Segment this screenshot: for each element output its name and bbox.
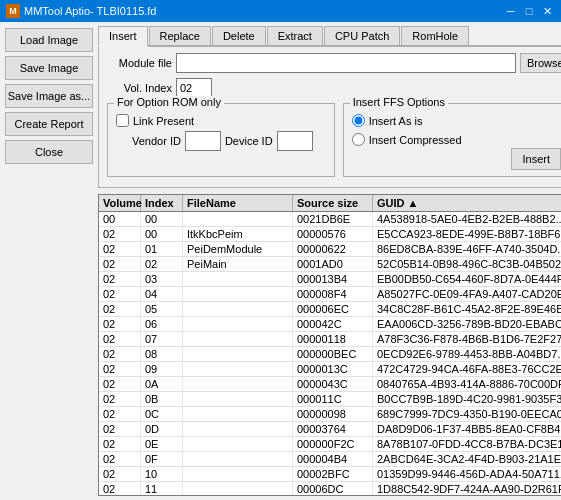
cell-filename: PeiDemModule <box>183 242 293 256</box>
minimize-button[interactable]: ─ <box>503 3 519 19</box>
cell-index: 00 <box>141 212 183 226</box>
table-row[interactable]: 0204000008F4A85027FC-0E09-4FA9-A407-CAD2… <box>99 287 561 302</box>
table-row[interactable]: 0200ItkKbcPeim00000576E5CCA923-8EDE-499E… <box>99 227 561 242</box>
cell-filename: PeiMain <box>183 257 293 271</box>
col-filename[interactable]: FileName <box>183 195 293 211</box>
cell-guid: 34C8C28F-B61C-45A2-8F2E-89E46B... <box>373 302 561 316</box>
module-file-label: Module file <box>107 57 172 69</box>
insert-asis-radio[interactable] <box>352 114 365 127</box>
insert-compressed-radio[interactable] <box>352 133 365 146</box>
close-button[interactable]: ✕ <box>539 3 555 19</box>
cell-guid: 1D88C542-9DF7-424A-AA90-D2R61F... <box>373 482 561 495</box>
vendor-id-input[interactable] <box>185 131 221 151</box>
table-row[interactable]: 021000002BFC01359D99-9446-456D-ADA4-50A7… <box>99 467 561 482</box>
table-row[interactable]: 0201PeiDemModule0000062286ED8CBA-839E-46… <box>99 242 561 257</box>
cell-index: 10 <box>141 467 183 481</box>
tab-insert[interactable]: Insert <box>98 26 148 47</box>
tab-extract[interactable]: Extract <box>267 26 323 45</box>
col-volume[interactable]: Volume <box>99 195 141 211</box>
cell-guid: 52C05B14-0B98-496C-8C3B-04B502... <box>373 257 561 271</box>
tab-romhole[interactable]: RomHole <box>401 26 469 45</box>
left-panel-button-create-report[interactable]: Create Report <box>5 112 93 136</box>
cell-index: 0F <box>141 452 183 466</box>
cell-volume: 02 <box>99 407 141 421</box>
cell-size: 000042C <box>293 317 373 331</box>
cell-volume: 02 <box>99 302 141 316</box>
table-row[interactable]: 021100006DC1D88C542-9DF7-424A-AA90-D2R61… <box>99 482 561 495</box>
cell-volume: 02 <box>99 347 141 361</box>
col-guid[interactable]: GUID ▲ <box>373 195 561 211</box>
cell-guid: 472C4729-94CA-46FA-88E3-76CC2E... <box>373 362 561 376</box>
cell-index: 02 <box>141 257 183 271</box>
cell-volume: 02 <box>99 392 141 406</box>
cell-index: 06 <box>141 317 183 331</box>
table-row[interactable]: 0203000013B4EB00DB50-C654-460F-8D7A-0E44… <box>99 272 561 287</box>
table-row[interactable]: 020B000011CB0CC7B9B-189D-4C20-9981-9035F… <box>99 392 561 407</box>
left-panel-button-load-image[interactable]: Load Image <box>5 28 93 52</box>
cell-size: 0001AD0 <box>293 257 373 271</box>
cell-size: 000008F4 <box>293 287 373 301</box>
cell-filename <box>183 272 293 286</box>
cell-filename: ItkKbcPeim <box>183 227 293 241</box>
cell-volume: 02 <box>99 287 141 301</box>
cell-size: 000013B4 <box>293 272 373 286</box>
cell-index: 0C <box>141 407 183 421</box>
cell-guid: E5CCA923-8EDE-499E-B8B7-18BF6... <box>373 227 561 241</box>
cell-size: 00006DC <box>293 482 373 495</box>
cell-guid: DA8D9D06-1F37-4BB5-8EA0-CF8B4... <box>373 422 561 436</box>
cell-volume: 02 <box>99 467 141 481</box>
table-row[interactable]: 0206000042CEAA006CD-3256-789B-BD20-EBABC… <box>99 317 561 332</box>
table-row[interactable]: 0208000000BEC0ECD92E6-9789-4453-8BB-A04B… <box>99 347 561 362</box>
insert-ffs-group: Insert FFS Options Insert As is Insert C… <box>343 103 561 177</box>
cell-filename <box>183 302 293 316</box>
left-panel-button-save-image[interactable]: Save Image <box>5 56 93 80</box>
cell-volume: 02 <box>99 452 141 466</box>
cell-index: 08 <box>141 347 183 361</box>
table-row[interactable]: 0205000006EC34C8C28F-B61C-45A2-8F2E-89E4… <box>99 302 561 317</box>
title-bar: M MMTool Aptio- TLBI0115.fd ─ □ ✕ <box>0 0 561 22</box>
link-present-label: Link Present <box>133 115 194 127</box>
left-panel-button-close[interactable]: Close <box>5 140 93 164</box>
table-row[interactable]: 020D00003764DA8D9D06-1F37-4BB5-8EA0-CF8B… <box>99 422 561 437</box>
table-row[interactable]: 0202PeiMain0001AD052C05B14-0B98-496C-8C3… <box>99 257 561 272</box>
link-present-checkbox[interactable] <box>116 114 129 127</box>
col-index[interactable]: Index <box>141 195 183 211</box>
cell-size: 0021DB6E <box>293 212 373 226</box>
table-row[interactable]: 020C00000098689C7999-7DC9-4350-B190-0EEC… <box>99 407 561 422</box>
cell-volume: 00 <box>99 212 141 226</box>
insert-button[interactable]: Insert <box>511 148 561 170</box>
col-size[interactable]: Source size <box>293 195 373 211</box>
left-panel-button-save-image-as...[interactable]: Save Image as... <box>5 84 93 108</box>
cell-guid: B0CC7B9B-189D-4C20-9981-9035F3... <box>373 392 561 406</box>
cell-volume: 02 <box>99 272 141 286</box>
maximize-button[interactable]: □ <box>521 3 537 19</box>
tab-cpu-patch[interactable]: CPU Patch <box>324 26 400 45</box>
device-id-input[interactable] <box>277 131 313 151</box>
cell-size: 000011C <box>293 392 373 406</box>
tab-replace[interactable]: Replace <box>149 26 211 45</box>
module-file-input[interactable] <box>176 53 516 73</box>
option-rom-group: For Option ROM only Link Present Vendor … <box>107 103 335 177</box>
table-row[interactable]: 020E000000F2C8A78B107-0FDD-4CC8-B7BA-DC3… <box>99 437 561 452</box>
browse-button[interactable]: Browse <box>520 53 561 73</box>
cell-index: 05 <box>141 302 183 316</box>
table-row[interactable]: 020700000118A78F3C36-F878-4B6B-B1D6-7E2F… <box>99 332 561 347</box>
cell-volume: 02 <box>99 422 141 436</box>
table-row[interactable]: 00000021DB6E4A538918-5AE0-4EB2-B2EB-488B… <box>99 212 561 227</box>
title-bar-title: M MMTool Aptio- TLBI0115.fd <box>6 4 156 18</box>
cell-volume: 02 <box>99 437 141 451</box>
insert-btn-wrap: Insert <box>352 148 561 170</box>
table-row[interactable]: 020A0000043C0840765A-4B93-414A-8886-70C0… <box>99 377 561 392</box>
cell-guid: 2ABCD64E-3CA2-4F4D-B903-21A1E... <box>373 452 561 466</box>
table-row[interactable]: 02090000013C472C4729-94CA-46FA-88E3-76CC… <box>99 362 561 377</box>
cell-size: 000000F2C <box>293 437 373 451</box>
cell-size: 00000622 <box>293 242 373 256</box>
cell-filename <box>183 392 293 406</box>
tab-delete[interactable]: Delete <box>212 26 266 45</box>
table-row[interactable]: 020F000004B42ABCD64E-3CA2-4F4D-B903-21A1… <box>99 452 561 467</box>
cell-guid: 4A538918-5AE0-4EB2-B2EB-488B2... <box>373 212 561 226</box>
cell-guid: 689C7999-7DC9-4350-B190-0EECA0... <box>373 407 561 421</box>
vol-index-input[interactable] <box>176 78 212 98</box>
vendor-id-label: Vendor ID <box>132 135 181 147</box>
cell-size: 00002BFC <box>293 467 373 481</box>
